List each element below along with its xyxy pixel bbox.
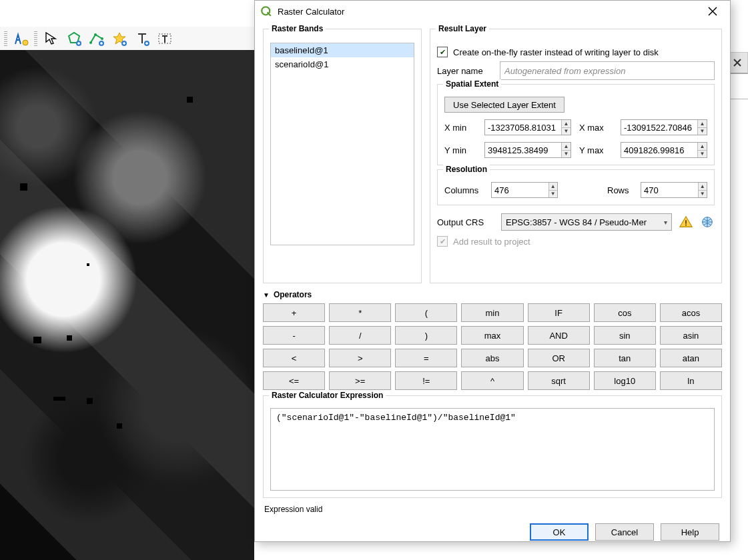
- operator-button[interactable]: (: [395, 303, 457, 322]
- svg-point-0: [23, 40, 28, 45]
- operator-button[interactable]: *: [329, 303, 391, 322]
- operators-label: Operators: [274, 290, 312, 299]
- result-layer-label: Result Layer: [436, 24, 489, 33]
- operator-button[interactable]: IF: [528, 303, 590, 322]
- annotation-tool-icon[interactable]: [11, 29, 31, 49]
- operator-button[interactable]: log10: [594, 371, 656, 390]
- result-layer-group: Result Layer Create on-the-fly raster in…: [430, 29, 722, 283]
- operator-button[interactable]: OR: [528, 349, 590, 367]
- operator-button[interactable]: asin: [660, 326, 722, 345]
- svg-rect-11: [685, 225, 687, 226]
- operator-button[interactable]: =: [395, 349, 457, 367]
- use-selected-extent-button[interactable]: Use Selected Layer Extent: [444, 97, 565, 113]
- create-onfly-checkbox[interactable]: [437, 47, 448, 57]
- close-icon: [733, 58, 742, 67]
- operator-button[interactable]: >: [329, 349, 391, 367]
- operator-button[interactable]: AND: [528, 326, 590, 345]
- text-box-icon[interactable]: [155, 29, 175, 49]
- operator-button[interactable]: ): [395, 326, 457, 345]
- expression-label: Raster Calculator Expression: [269, 391, 386, 400]
- ymin-input[interactable]: ▲▼: [484, 142, 571, 158]
- operator-button[interactable]: abs: [461, 349, 523, 367]
- output-crs-label: Output CRS: [437, 217, 494, 227]
- columns-label: Columns: [444, 185, 484, 195]
- resolution-group: Resolution Columns ▲▼ Rows ▲▼: [437, 169, 715, 205]
- warning-icon: [679, 215, 693, 229]
- add-result-label: Add result to project: [453, 237, 530, 247]
- expression-textarea[interactable]: ("scenarioId@1"-"baselineId@1")/"baselin…: [270, 408, 715, 491]
- operator-button[interactable]: ln: [660, 371, 722, 390]
- toolbar-grip: [4, 31, 7, 46]
- xmin-label: X min: [444, 123, 476, 133]
- main-toolbar: [0, 27, 258, 52]
- spatial-extent-label: Spatial Extent: [443, 79, 501, 89]
- svg-point-3: [94, 33, 97, 36]
- operator-button[interactable]: tan: [594, 349, 656, 367]
- spatial-extent-group: Spatial Extent Use Selected Layer Extent…: [437, 84, 715, 165]
- operator-button[interactable]: acos: [660, 303, 722, 322]
- qgis-icon: [260, 5, 272, 17]
- dialog-button-row: OK Cancel Help: [263, 519, 722, 541]
- cancel-button[interactable]: Cancel: [595, 523, 654, 541]
- operator-button[interactable]: -: [263, 326, 325, 345]
- add-result-checkbox: [437, 236, 448, 247]
- expression-status: Expression valid: [263, 503, 722, 514]
- operator-button[interactable]: cos: [594, 303, 656, 322]
- close-icon: [708, 7, 717, 16]
- operator-button[interactable]: max: [461, 326, 523, 345]
- raster-bands-label: Raster Bands: [269, 24, 326, 33]
- operator-button[interactable]: min: [461, 303, 523, 322]
- operator-button[interactable]: <=: [263, 371, 325, 390]
- operator-button[interactable]: ^: [461, 371, 523, 390]
- operator-button[interactable]: sin: [594, 326, 656, 345]
- operator-button[interactable]: +: [263, 303, 325, 322]
- ymax-label: Y max: [579, 145, 613, 155]
- chevron-down-icon: ▾: [664, 219, 667, 226]
- ymax-input[interactable]: ▲▼: [621, 142, 707, 158]
- operator-button[interactable]: !=: [395, 371, 457, 390]
- operators-section: ▼ Operators +*(minIFcosacos-/)maxANDsina…: [263, 289, 722, 390]
- select-tool-icon[interactable]: [41, 29, 61, 49]
- dialog-close-button[interactable]: [701, 2, 725, 21]
- operator-button[interactable]: sqrt: [528, 371, 590, 390]
- map-canvas-raster[interactable]: [0, 50, 254, 560]
- columns-input[interactable]: ▲▼: [491, 182, 558, 198]
- select-crs-button[interactable]: [700, 215, 715, 229]
- polygon-add-icon[interactable]: [64, 29, 84, 49]
- raster-bands-list[interactable]: baselineId@1scenarioId@1: [270, 43, 414, 245]
- ymin-label: Y min: [444, 145, 476, 155]
- favorite-add-icon[interactable]: [109, 29, 129, 49]
- operator-button[interactable]: <: [263, 349, 325, 367]
- create-onfly-label: Create on-the-fly raster instead of writ…: [453, 47, 659, 57]
- operator-button[interactable]: /: [329, 326, 391, 345]
- operator-button[interactable]: >=: [329, 371, 391, 390]
- svg-point-2: [89, 41, 92, 44]
- xmax-label: X max: [579, 123, 613, 133]
- line-add-icon[interactable]: [87, 29, 107, 49]
- operators-grid: +*(minIFcosacos-/)maxANDsinasin<>=absORt…: [263, 303, 722, 390]
- svg-rect-10: [685, 220, 687, 224]
- output-crs-select[interactable]: EPSG:3857 - WGS 84 / Pseudo-Mer ▾: [501, 213, 672, 231]
- xmax-input[interactable]: ▲▼: [621, 119, 707, 135]
- dialog-title: Raster Calculator: [278, 7, 701, 17]
- expression-group: Raster Calculator Expression ("scenarioI…: [263, 395, 722, 498]
- triangle-down-icon: ▼: [263, 291, 270, 299]
- operators-toggle[interactable]: ▼ Operators: [263, 290, 722, 299]
- help-button[interactable]: Help: [661, 523, 719, 541]
- raster-band-item[interactable]: baselineId@1: [271, 43, 414, 57]
- rows-input[interactable]: ▲▼: [641, 182, 707, 198]
- output-crs-value: EPSG:3857 - WGS 84 / Pseudo-Mer: [506, 217, 647, 227]
- text-add-icon[interactable]: [132, 29, 152, 49]
- toolbar-grip: [34, 31, 37, 46]
- ok-button[interactable]: OK: [530, 523, 589, 541]
- resolution-label: Resolution: [443, 165, 490, 174]
- svg-point-4: [101, 37, 103, 40]
- raster-calculator-dialog: Raster Calculator Raster Bands baselineI…: [254, 0, 731, 542]
- layer-name-input[interactable]: [500, 61, 715, 80]
- layer-name-label: Layer name: [437, 66, 494, 76]
- xmin-input[interactable]: ▲▼: [484, 119, 571, 135]
- operator-button[interactable]: atan: [660, 349, 722, 367]
- dialog-titlebar[interactable]: Raster Calculator: [255, 1, 730, 22]
- raster-band-item[interactable]: scenarioId@1: [271, 57, 414, 71]
- raster-bands-group: Raster Bands baselineId@1scenarioId@1: [263, 29, 422, 283]
